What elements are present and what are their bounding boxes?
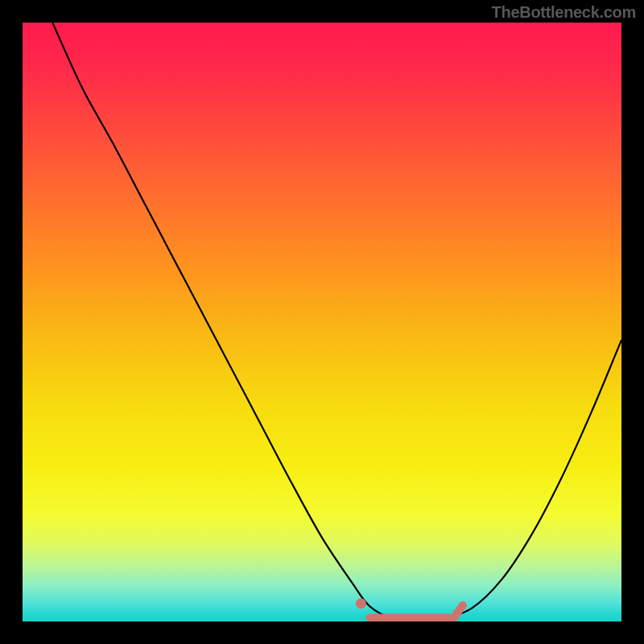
watermark-text: TheBottleneck.com (492, 3, 636, 22)
chart-container: TheBottleneck.com (0, 0, 644, 644)
bottleneck-curve (52, 23, 621, 621)
plot-area (23, 23, 621, 621)
optimal-range-marker (370, 605, 463, 618)
optimal-dot (356, 598, 366, 609)
curve-svg (23, 23, 621, 621)
